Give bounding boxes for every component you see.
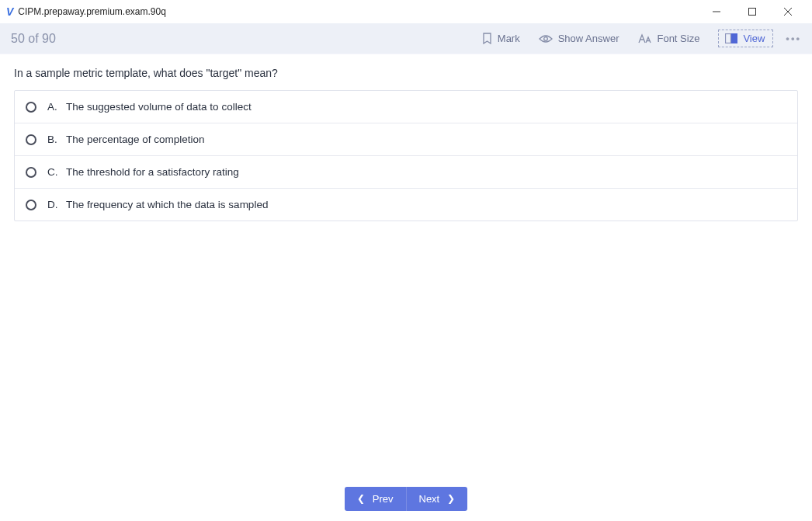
option-letter: A. <box>47 101 61 113</box>
question-text: In a sample metric template, what does "… <box>14 67 798 79</box>
window-titlebar: V CIPM.prepaway.premium.exam.90q <box>0 0 812 23</box>
chevron-left-icon: ❮ <box>357 493 365 504</box>
option-text: The frequency at which the data is sampl… <box>66 199 268 210</box>
option-text: The suggested volume of data to collect <box>66 101 252 113</box>
option-letter: B. <box>47 134 61 145</box>
window-title: CIPM.prepaway.premium.exam.90q <box>18 6 166 17</box>
prev-button[interactable]: ❮ Prev <box>345 487 407 511</box>
mark-button[interactable]: Mark <box>482 33 520 44</box>
radio-icon <box>26 102 36 113</box>
radio-icon <box>26 167 36 178</box>
footer-nav: ❮ Prev Next ❯ <box>0 476 812 521</box>
app-logo-icon: V <box>6 5 13 18</box>
window-close-button[interactable] <box>770 0 806 23</box>
show-answer-label: Show Answer <box>558 33 619 44</box>
window-controls <box>699 0 806 23</box>
next-label: Next <box>419 493 440 505</box>
bookmark-icon <box>482 33 492 44</box>
eye-icon <box>539 34 553 43</box>
window-maximize-button[interactable] <box>734 0 770 23</box>
show-answer-button[interactable]: Show Answer <box>539 33 619 44</box>
option-text: The threshold for a satisfactory rating <box>66 166 239 178</box>
option-row[interactable]: C. The threshold for a satisfactory rati… <box>15 156 797 189</box>
nav-button-group: ❮ Prev Next ❯ <box>345 487 467 511</box>
option-letter: D. <box>47 199 61 210</box>
more-icon: ••• <box>786 33 801 44</box>
more-button[interactable]: ••• <box>786 33 801 44</box>
prev-label: Prev <box>373 493 394 505</box>
view-label: View <box>743 33 765 44</box>
next-button[interactable]: Next ❯ <box>407 487 468 511</box>
svg-rect-1 <box>749 9 756 16</box>
radio-icon <box>26 134 36 145</box>
view-button[interactable]: View <box>718 30 773 47</box>
font-size-icon <box>637 33 651 44</box>
option-text: The percentage of completion <box>66 134 205 145</box>
option-row[interactable]: A. The suggested volume of data to colle… <box>15 91 797 123</box>
chevron-right-icon: ❯ <box>447 493 455 504</box>
option-row[interactable]: B. The percentage of completion <box>15 123 797 156</box>
mark-label: Mark <box>498 33 520 44</box>
options-list: A. The suggested volume of data to colle… <box>14 90 798 221</box>
font-size-label: Font Size <box>657 33 699 44</box>
svg-rect-6 <box>732 34 737 43</box>
option-row[interactable]: D. The frequency at which the data is sa… <box>15 189 797 221</box>
content-area: In a sample metric template, what does "… <box>0 54 812 476</box>
window-minimize-button[interactable] <box>699 0 734 23</box>
font-size-button[interactable]: Font Size <box>637 33 699 44</box>
svg-point-4 <box>543 36 547 40</box>
toolbar: 50 of 90 Mark Show Answer Font Size View… <box>0 23 812 54</box>
svg-rect-5 <box>726 34 731 43</box>
question-counter: 50 of 90 <box>11 32 56 46</box>
radio-icon <box>26 200 36 210</box>
view-layout-icon <box>725 33 737 43</box>
option-letter: C. <box>47 166 61 178</box>
